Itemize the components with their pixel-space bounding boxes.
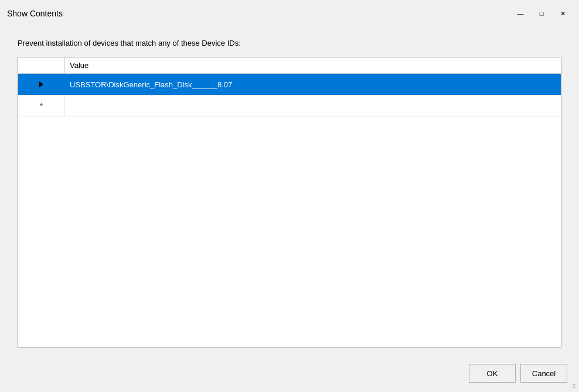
cancel-button[interactable]: Cancel xyxy=(520,364,567,383)
close-button[interactable]: ✕ xyxy=(553,5,572,22)
value-column-header: Value xyxy=(65,57,561,73)
dialog-description: Prevent installation of devices that mat… xyxy=(18,39,561,47)
resize-grip: ⠿ xyxy=(572,383,577,390)
table-header: Value xyxy=(18,57,561,74)
arrow-icon xyxy=(39,81,43,87)
dialog-title: Show Contents xyxy=(7,9,63,18)
indicator-column-header xyxy=(18,57,65,73)
ok-button[interactable]: OK xyxy=(469,364,516,383)
asterisk-icon: * xyxy=(40,101,43,111)
minimize-button[interactable]: — xyxy=(511,5,530,22)
table-body: USBSTOR\DiskGeneric_Flash_Disk______8.07… xyxy=(18,74,561,347)
maximize-button[interactable]: □ xyxy=(532,5,551,22)
title-bar: Show Contents — □ ✕ xyxy=(0,0,579,27)
row-value-1[interactable]: USBSTOR\DiskGeneric_Flash_Disk______8.07 xyxy=(65,74,561,95)
table-row[interactable]: * xyxy=(18,96,561,117)
window-controls: — □ ✕ xyxy=(511,5,572,22)
row-value-2[interactable] xyxy=(65,96,561,117)
row-indicator-2: * xyxy=(18,96,65,117)
dialog-content: Prevent installation of devices that mat… xyxy=(0,27,579,357)
row-indicator-1 xyxy=(18,74,65,95)
device-id-table: Value USBSTOR\DiskGeneric_Flash_Disk____… xyxy=(18,57,561,347)
dialog-footer: OK Cancel xyxy=(0,357,579,392)
table-row[interactable]: USBSTOR\DiskGeneric_Flash_Disk______8.07 xyxy=(18,74,561,96)
